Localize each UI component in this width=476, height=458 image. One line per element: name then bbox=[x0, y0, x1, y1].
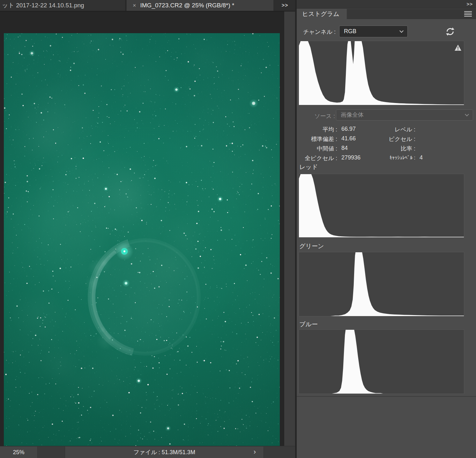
channel-select[interactable]: RGB bbox=[339, 26, 408, 37]
canvas-area bbox=[0, 11, 284, 446]
source-select-value: 画像全体 bbox=[336, 110, 473, 120]
section-label-blue: ブルー bbox=[299, 320, 318, 329]
stat-level-label: レベル : bbox=[370, 126, 415, 133]
stat-percentile-label: 比率 : bbox=[370, 145, 415, 152]
stat-median-value: 84 bbox=[341, 145, 348, 151]
file-info-label: ファイル : 51.3M/51.3M bbox=[133, 449, 195, 455]
photoshop-window: ット 2017-12-22 14.10.51.png × IMG_0723.CR… bbox=[0, 0, 476, 458]
panel-menu-icon[interactable] bbox=[464, 11, 472, 17]
canvas-right-gutter bbox=[284, 11, 295, 446]
source-select: 画像全体 bbox=[336, 109, 473, 121]
stat-count-label: ピクセル : bbox=[370, 135, 415, 143]
histogram-panel: >> ヒストグラム チャンネル : RGB ソース : 画像全体 bbox=[297, 0, 476, 458]
stat-mean-value: 66.97 bbox=[341, 126, 356, 132]
stat-cache-value: 4 bbox=[420, 154, 423, 161]
tab-overflow-chevron-icon[interactable]: >> bbox=[277, 0, 293, 11]
panel-dock-header: >> bbox=[297, 0, 476, 9]
zoom-level-field[interactable]: 25% bbox=[0, 447, 38, 458]
document-tab-bar: ット 2017-12-22 14.10.51.png × IMG_0723.CR… bbox=[0, 0, 295, 11]
source-label: ソース : bbox=[297, 112, 335, 120]
channel-label: チャンネル : bbox=[297, 28, 336, 36]
stat-median-label: 中間値 : bbox=[297, 145, 337, 152]
document-pane: ット 2017-12-22 14.10.51.png × IMG_0723.CR… bbox=[0, 0, 295, 458]
stat-cache-label: ｷｬｯｼｭﾚﾍﾞﾙ : bbox=[370, 155, 415, 161]
histogram-blue bbox=[299, 329, 464, 394]
refresh-icon[interactable] bbox=[445, 27, 455, 36]
astro-image[interactable] bbox=[4, 33, 280, 447]
stat-mean-label: 平均 : bbox=[297, 126, 337, 133]
stat-pixels-label: 全ピクセル : bbox=[297, 154, 337, 162]
stat-stddev-label: 標準偏差 : bbox=[297, 135, 337, 143]
section-label-red: レッド bbox=[299, 163, 318, 171]
panel-section-divider bbox=[297, 396, 476, 397]
section-label-green: グリーン bbox=[299, 242, 324, 250]
stat-stddev-value: 41.66 bbox=[341, 135, 356, 142]
histogram-green bbox=[299, 252, 464, 316]
file-info-field[interactable]: ファイル : 51.3M/51.3M › bbox=[65, 447, 264, 458]
document-tab-cr2-label: IMG_0723.CR2 @ 25% (RGB/8*) * bbox=[140, 0, 234, 11]
tab-histogram[interactable]: ヒストグラム bbox=[297, 9, 347, 19]
histogram-rgb bbox=[299, 41, 464, 105]
stat-pixels-value: 279936 bbox=[341, 154, 361, 161]
file-info-chevron-icon[interactable]: › bbox=[254, 447, 256, 457]
document-tab-cr2[interactable]: × IMG_0723.CR2 @ 25% (RGB/8*) * bbox=[127, 0, 273, 11]
document-tab-png[interactable]: ット 2017-12-22 14.10.51.png bbox=[0, 0, 126, 11]
channel-select-value: RGB bbox=[339, 26, 407, 37]
dock-collapse-icon[interactable]: >> bbox=[466, 0, 473, 9]
document-tab-png-label: ット 2017-12-22 14.10.51.png bbox=[2, 2, 84, 9]
warning-icon[interactable] bbox=[454, 44, 462, 51]
histogram-red bbox=[299, 174, 464, 238]
close-icon[interactable]: × bbox=[133, 0, 136, 11]
status-bar: 25% ファイル : 51.3M/51.3M › bbox=[0, 446, 295, 458]
